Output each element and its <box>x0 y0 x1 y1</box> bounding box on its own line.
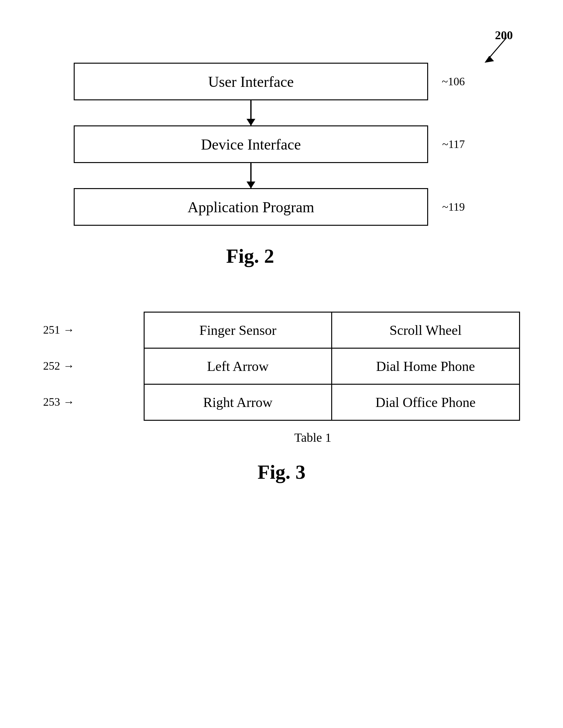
user-interface-ref: ~106 <box>442 75 465 88</box>
fig2-caption: Fig. 2 <box>0 245 563 268</box>
fig2-section: 200 User Interface ~106 Device Interface… <box>0 19 563 268</box>
ref-252-arrow: → <box>63 359 75 372</box>
ref-253: 253 → <box>43 384 75 420</box>
table-area: 251 → 252 → 253 → Finger Sensor Scroll <box>0 312 563 421</box>
table1-caption: Table 1 <box>63 430 563 445</box>
table-row-2: Left Arrow Dial Home Phone <box>144 348 519 384</box>
svg-line-0 <box>488 38 507 60</box>
table-row-1: Finger Sensor Scroll Wheel <box>144 312 519 348</box>
ref-251-text: 251 <box>43 323 60 336</box>
diagram-container: User Interface ~106 Device Interface ~11… <box>63 63 439 226</box>
fig3-section: 251 → 252 → 253 → Finger Sensor Scroll <box>0 312 563 484</box>
arrow-1 <box>250 100 251 125</box>
table1: Finger Sensor Scroll Wheel Left Arrow Di… <box>144 312 520 421</box>
row-references: 251 → 252 → 253 → <box>43 312 75 420</box>
cell-scroll-wheel: Scroll Wheel <box>332 312 520 348</box>
svg-marker-1 <box>485 56 494 63</box>
cell-left-arrow: Left Arrow <box>144 348 332 384</box>
cell-dial-office-phone: Dial Office Phone <box>332 384 520 420</box>
application-program-box: Application Program ~119 <box>74 188 428 226</box>
table-row-3: Right Arrow Dial Office Phone <box>144 384 519 420</box>
fig3-caption: Fig. 3 <box>0 461 563 484</box>
arrow-2 <box>250 163 251 188</box>
page: 200 User Interface ~106 Device Interface… <box>0 0 563 728</box>
ref-252-text: 252 <box>43 359 60 372</box>
reference-200-arrow <box>478 34 516 72</box>
user-interface-label: User Interface <box>208 73 294 90</box>
ref-251-arrow: → <box>63 323 75 336</box>
device-interface-ref: ~117 <box>442 138 465 151</box>
cell-dial-home-phone: Dial Home Phone <box>332 348 520 384</box>
application-program-ref: ~119 <box>442 200 465 214</box>
cell-right-arrow: Right Arrow <box>144 384 332 420</box>
application-program-label: Application Program <box>187 198 314 216</box>
ref-252: 252 → <box>43 348 75 384</box>
device-interface-box: Device Interface ~117 <box>74 125 428 163</box>
ref-251: 251 → <box>43 312 75 348</box>
ref-253-arrow: → <box>63 395 75 409</box>
device-interface-label: Device Interface <box>201 136 301 153</box>
user-interface-box: User Interface ~106 <box>74 63 428 100</box>
ref-253-text: 253 <box>43 395 60 409</box>
cell-finger-sensor: Finger Sensor <box>144 312 332 348</box>
